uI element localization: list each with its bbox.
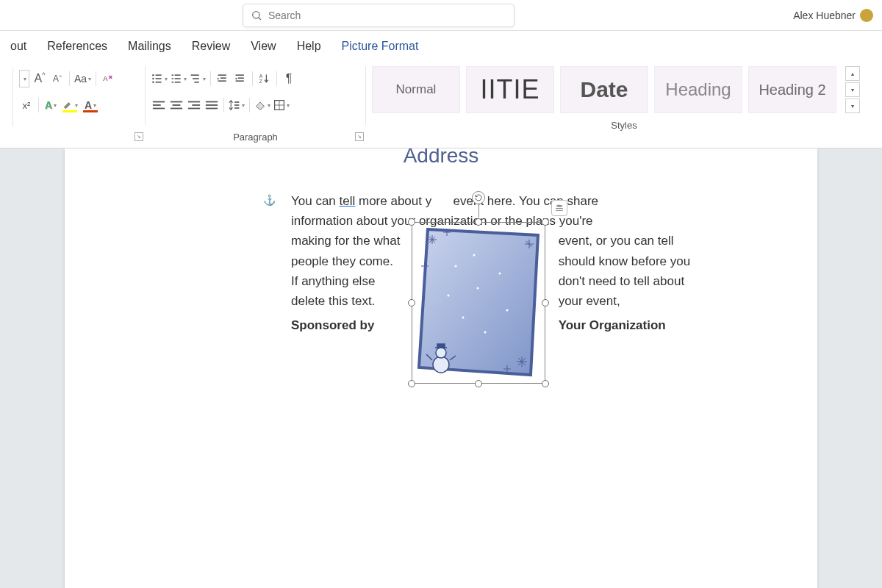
styles-group-label: Styles [366,120,882,131]
font-color-button[interactable]: A ▾ [82,96,99,114]
rotation-handle[interactable] [472,191,485,204]
svg-rect-21 [236,74,244,76]
svg-rect-10 [175,74,181,76]
resize-handle-ne[interactable] [542,218,549,226]
highlight-button[interactable]: ▾ [61,96,79,114]
tab-review[interactable]: Review [182,32,240,60]
svg-rect-11 [172,78,173,79]
sponsored-label: Sponsored by [291,315,401,335]
rotation-stem [478,204,479,218]
resize-handle-nw[interactable] [408,218,415,226]
ribbon-styles-group: Normal IITIE Date Heading Heading 2 ▴ ▾ … [366,66,882,113]
svg-rect-9 [172,74,173,76]
svg-rect-6 [156,78,162,79]
svg-rect-22 [238,77,244,79]
align-right-button[interactable] [187,96,201,114]
ribbon-paragraph-group: ▾ ▾ ▾ AZ ¶ [146,66,366,125]
svg-rect-77 [556,210,563,211]
svg-rect-20 [218,80,226,82]
svg-rect-39 [234,104,239,106]
align-center-button[interactable] [169,96,184,114]
tab-mailings[interactable]: Mailings [118,32,182,60]
align-left-button[interactable] [151,96,166,114]
ribbon-font-group: ▾ A^ A^ Aa▾ A x² A▾ ▾ A ▾ ↘ [13,66,146,125]
anchor-icon[interactable]: ⚓ [263,194,276,206]
style-title[interactable]: IITIE [466,66,554,113]
style-heading[interactable]: Heading [654,66,742,113]
svg-rect-31 [171,108,182,110]
svg-rect-28 [153,108,165,110]
svg-point-5 [152,78,154,79]
multilevel-list-button[interactable]: ▾ [190,70,206,87]
account-name[interactable]: Alex Huebner [793,9,873,22]
svg-rect-15 [191,74,199,76]
sort-button[interactable]: AZ [257,70,272,87]
svg-rect-35 [206,101,218,103]
resize-handle-se[interactable] [542,380,549,387]
address-heading[interactable]: Address [65,148,817,168]
justify-button[interactable] [204,96,219,114]
resize-handle-s[interactable] [475,380,482,387]
styles-gallery-scroll: ▴ ▾ ▾ [845,66,861,113]
font-dialog-launcher[interactable]: ↘ [135,132,143,141]
styles-expand[interactable]: ▾ [845,98,860,113]
title-bar: Search Alex Huebner [0,0,882,31]
layout-options-button[interactable] [551,200,567,216]
style-heading2[interactable]: Heading 2 [748,66,836,113]
resize-handle-e[interactable] [542,299,549,306]
tab-help[interactable]: Help [287,32,331,60]
link-tell[interactable]: tell [340,194,356,208]
selection-box [412,222,545,384]
svg-point-7 [152,82,154,83]
resize-handle-n[interactable] [475,218,482,226]
styles-scroll-up[interactable]: ▴ [845,66,860,81]
text-effects-button[interactable]: A▾ [43,96,58,114]
svg-rect-17 [194,82,198,83]
wrap-right-text: event, or you can tell should know befor… [559,231,703,311]
search-box[interactable]: Search [243,4,514,27]
svg-rect-36 [206,104,218,106]
show-marks-button[interactable]: ¶ [282,70,296,87]
change-case-button[interactable]: Aa▾ [74,70,91,87]
svg-rect-37 [206,108,218,110]
paragraph-dialog-launcher[interactable]: ↘ [355,132,364,141]
paragraph-group-label: Paragraph [146,132,365,143]
resize-handle-w[interactable] [408,299,415,306]
style-normal[interactable]: Normal [372,66,460,113]
numbering-button[interactable]: ▾ [171,70,187,87]
decrease-indent-button[interactable] [215,70,230,87]
clear-formatting-button[interactable]: A [101,70,115,87]
font-size-dropdown[interactable]: ▾ [19,70,29,87]
svg-point-3 [152,74,154,76]
borders-button[interactable]: ▾ [273,96,290,114]
document-area[interactable]: Address ⚓ You can tell more about your e… [0,148,882,588]
shading-button[interactable]: ▾ [254,96,270,114]
search-placeholder: Search [268,10,301,21]
tab-picture-format[interactable]: Picture Format [331,32,429,60]
avatar [860,9,873,22]
style-date[interactable]: Date [560,66,648,113]
superscript-button[interactable]: x² [19,96,34,114]
decrease-font-size-button[interactable]: A^ [50,70,65,87]
svg-rect-14 [175,82,181,83]
svg-rect-27 [153,104,161,106]
resize-handle-sw[interactable] [408,380,415,387]
svg-rect-29 [171,101,182,103]
svg-rect-13 [172,82,173,83]
line-spacing-button[interactable]: ▾ [229,96,245,114]
increase-font-size-button[interactable]: A^ [32,70,47,87]
tab-layout[interactable]: out [0,32,37,60]
styles-scroll-down[interactable]: ▾ [845,82,860,97]
svg-line-1 [259,17,261,19]
tab-view[interactable]: View [240,32,286,60]
search-icon [251,10,262,21]
increase-indent-button[interactable] [233,70,248,87]
svg-rect-33 [192,104,200,106]
tab-references[interactable]: References [37,32,118,60]
svg-rect-26 [153,101,165,103]
selected-picture[interactable] [412,222,545,384]
ribbon: ▾ A^ A^ Aa▾ A x² A▾ ▾ A ▾ ↘ [0,62,882,148]
bullets-button[interactable]: ▾ [151,70,168,87]
document-page[interactable]: Address ⚓ You can tell more about your e… [65,148,817,588]
svg-rect-8 [156,82,162,83]
